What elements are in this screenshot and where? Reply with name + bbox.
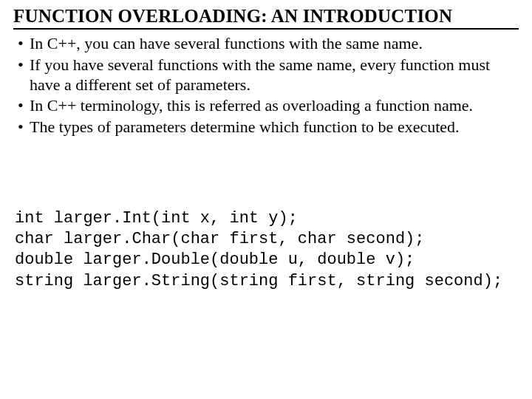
bullet-item: The types of parameters determine which … [18,117,517,137]
code-line: char larger.Char(char first, char second… [15,229,519,250]
bullet-item: If you have several functions with the s… [18,55,517,95]
code-block: int larger.Int(int x, int y); char large… [13,208,519,292]
slide-title: FUNCTION OVERLOADING: AN INTRODUCTION [13,6,519,30]
slide: FUNCTION OVERLOADING: AN INTRODUCTION In… [0,0,532,399]
bullet-item: In C++, you can have several functions w… [18,34,517,54]
bullet-list: In C++, you can have several functions w… [13,34,519,137]
bullet-item: In C++ terminology, this is referred as … [18,96,517,116]
code-line: string larger.String(string first, strin… [15,271,519,292]
code-line: int larger.Int(int x, int y); [15,208,519,229]
code-line: double larger.Double(double u, double v)… [15,250,519,270]
